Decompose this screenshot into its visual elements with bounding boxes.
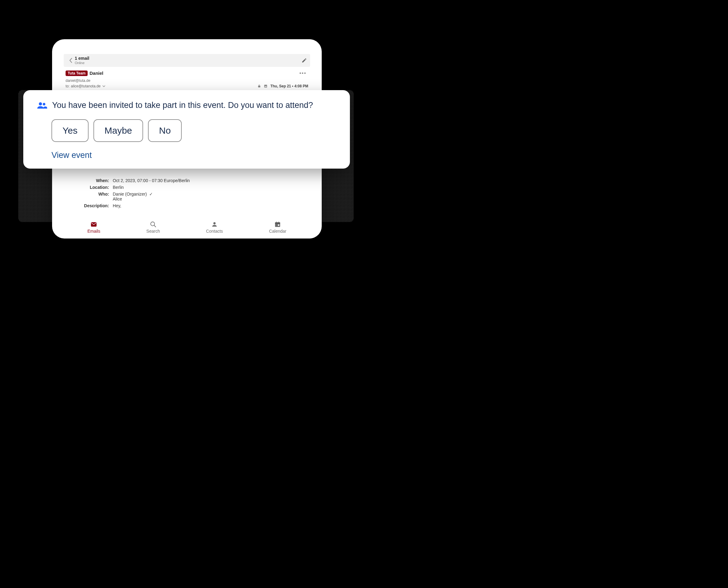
event-attendee: Alice [113,196,122,202]
svg-rect-5 [275,223,280,224]
invite-prompt: You have been invited to take part in th… [52,100,313,111]
inbox-title: 1 email [75,56,302,61]
lock-icon [257,84,261,88]
rsvp-no-button[interactable]: No [148,119,182,142]
sender-name: Daniel [89,70,103,76]
compose-button[interactable] [302,58,307,63]
sender-row: Tuta Team Daniel ••• [64,67,310,77]
bottom-nav: Emails Search Contacts Calendar [52,221,322,234]
event-details: When: Oct 2, 2023, 07:00 - 07:30 Europe/… [64,177,310,209]
view-event-link[interactable]: View event [51,150,92,160]
svg-rect-7 [279,222,279,223]
calendar-icon [273,221,282,228]
chevron-down-icon [102,85,105,87]
event-who-label: Who: [64,192,113,202]
address-block: daniel@tuta.de to: alice@tutanota.de Thu… [64,77,310,91]
event-description-label: Description: [64,203,113,208]
email-timestamp: Thu, Sep 21 • 4:08 PM [270,83,308,89]
svg-line-2 [154,225,156,227]
tab-search[interactable]: Search [147,221,160,234]
check-icon: ✓ [149,192,153,196]
image-icon [264,84,268,88]
event-organizer: Danie (Organizer) [113,192,147,196]
more-menu-button[interactable]: ••• [297,70,308,76]
event-description-value: Hey, [113,203,310,208]
recipient-email: alice@tutanota.de [71,83,101,89]
svg-point-3 [213,222,215,225]
tab-contacts-label: Contacts [206,229,223,234]
rsvp-maybe-button[interactable]: Maybe [93,119,143,142]
tab-calendar[interactable]: Calendar [269,221,286,234]
tab-emails-label: Emails [87,229,100,234]
svg-point-9 [39,102,42,105]
mail-header-bar: 1 email Online [64,54,310,67]
people-icon [37,102,47,109]
event-location-label: Location: [64,185,113,190]
tab-search-label: Search [147,229,160,234]
connection-status: Online [75,61,302,65]
svg-rect-6 [277,222,277,223]
event-location-value: Berlin [113,185,310,190]
sender-email: daniel@tuta.de [66,78,308,83]
back-button[interactable] [67,58,75,63]
invite-card: You have been invited to take part in th… [23,90,350,169]
event-when-label: When: [64,178,113,183]
compose-icon [302,58,307,63]
expand-recipients-button[interactable] [102,85,105,87]
event-when-value: Oct 2, 2023, 07:00 - 07:30 Europe/Berlin [113,178,310,183]
sender-badge: Tuta Team [66,70,88,76]
chevron-left-icon [69,58,72,63]
to-label: to: [66,83,70,89]
rsvp-yes-button[interactable]: Yes [51,119,89,142]
tab-emails[interactable]: Emails [87,221,100,234]
person-icon [210,221,219,228]
mail-icon [89,221,98,228]
svg-point-10 [43,103,46,105]
svg-rect-8 [278,225,280,226]
tab-contacts[interactable]: Contacts [206,221,223,234]
search-icon [149,221,157,228]
tab-calendar-label: Calendar [269,229,286,234]
